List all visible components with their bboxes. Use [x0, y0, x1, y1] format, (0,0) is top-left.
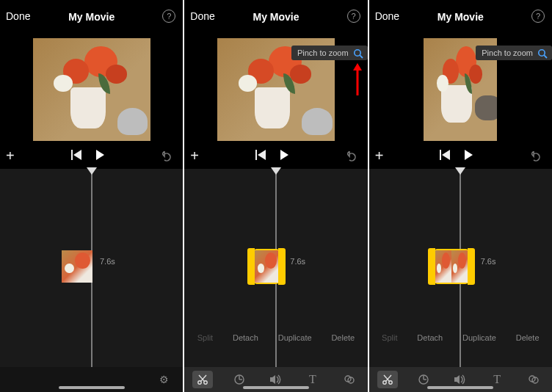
help-button[interactable]: ?	[347, 10, 360, 23]
split-action[interactable]: Split	[382, 333, 397, 342]
project-title: My Movie	[68, 11, 115, 23]
magnifier-icon[interactable]	[537, 48, 548, 59]
add-media-button[interactable]: +	[190, 148, 199, 163]
pinch-to-zoom-tooltip: Pinch to zoom	[291, 46, 368, 60]
delete-action[interactable]: Delete	[516, 333, 540, 342]
project-title: My Movie	[253, 11, 299, 23]
play-button[interactable]	[280, 150, 288, 163]
skip-to-start-button[interactable]	[440, 150, 451, 163]
add-media-button[interactable]: +	[375, 148, 384, 163]
editor-header: Done My Movie ?	[184, 0, 367, 34]
preview-viewport[interactable]	[0, 34, 183, 145]
timeline-clip-selected[interactable]	[255, 250, 278, 283]
svg-rect-0	[71, 150, 73, 160]
svg-rect-20	[440, 150, 441, 160]
delete-action[interactable]: Delete	[331, 333, 355, 342]
clip-duration-label: 7.6s	[481, 257, 496, 266]
svg-marker-7	[258, 150, 266, 160]
timeline[interactable]: 7.6s	[0, 169, 183, 367]
project-settings-button[interactable]: ⚙	[153, 374, 174, 385]
volume-tab-icon[interactable]	[266, 374, 286, 385]
transport-bar: +	[184, 145, 367, 169]
transport-bar: +	[369, 145, 552, 169]
svg-marker-29	[454, 375, 460, 384]
undo-button[interactable]	[531, 151, 545, 164]
clip-duration-label: 7.6s	[290, 257, 305, 266]
clip-duration-label: 7.6s	[100, 257, 115, 266]
play-button[interactable]	[465, 150, 473, 163]
actions-tab-scissors[interactable]	[377, 371, 398, 388]
svg-line-19	[544, 55, 547, 58]
undo-button[interactable]	[347, 151, 360, 164]
skip-to-start-button[interactable]	[255, 150, 267, 163]
filters-tab-icon[interactable]	[339, 374, 360, 385]
detach-action[interactable]: Detach	[233, 333, 258, 342]
done-button[interactable]: Done	[190, 10, 214, 22]
titles-tab-icon[interactable]: T	[487, 373, 507, 386]
home-indicator[interactable]	[59, 386, 125, 389]
magnifier-icon[interactable]	[353, 48, 363, 59]
tooltip-text: Pinch to zoom	[482, 48, 533, 57]
done-button[interactable]: Done	[375, 10, 399, 22]
undo-button[interactable]	[162, 151, 175, 164]
svg-marker-1	[73, 150, 81, 160]
preview-image-landscape	[33, 38, 150, 141]
clip-actions-row: Split Detach Duplicate Delete	[184, 333, 367, 342]
play-button[interactable]	[96, 150, 104, 163]
svg-marker-21	[442, 150, 450, 160]
split-action[interactable]: Split	[197, 333, 213, 342]
annotation-arrow	[352, 63, 363, 95]
help-button[interactable]: ?	[531, 10, 545, 23]
speed-tab-icon[interactable]	[413, 374, 434, 385]
help-button[interactable]: ?	[162, 10, 175, 23]
three-up-screenshots: Done My Movie ? +	[0, 0, 552, 392]
screen-3: Done My Movie ? Pinch to zoom +	[369, 0, 552, 392]
screen-1: Done My Movie ? +	[0, 0, 183, 392]
svg-point-2	[354, 50, 360, 56]
add-media-button[interactable]: +	[6, 148, 15, 163]
timeline-clip-selected[interactable]	[435, 250, 468, 283]
duplicate-action[interactable]: Duplicate	[278, 333, 312, 342]
transport-bar: +	[0, 145, 183, 169]
speed-tab-icon[interactable]	[229, 374, 250, 385]
home-indicator[interactable]	[427, 386, 493, 389]
tooltip-text: Pinch to zoom	[297, 48, 349, 57]
skip-to-start-button[interactable]	[71, 150, 83, 163]
timeline[interactable]: 7.6s Split Detach Duplicate Delete	[184, 169, 367, 367]
timeline[interactable]: 7.6s Split Detach Duplicate Delete	[369, 169, 552, 367]
filters-tab-icon[interactable]	[523, 374, 544, 385]
titles-tab-icon[interactable]: T	[302, 373, 323, 386]
svg-line-3	[360, 55, 363, 58]
preview-viewport[interactable]: Pinch to zoom	[184, 34, 367, 145]
editor-header: Done My Movie ?	[0, 0, 183, 34]
duplicate-action[interactable]: Duplicate	[462, 333, 496, 342]
preview-viewport[interactable]: Pinch to zoom	[369, 34, 552, 145]
volume-tab-icon[interactable]	[450, 374, 471, 385]
pinch-to-zoom-tooltip: Pinch to zoom	[476, 46, 552, 60]
home-indicator[interactable]	[243, 386, 309, 389]
project-title: My Movie	[437, 11, 484, 23]
svg-marker-15	[270, 375, 275, 384]
svg-point-18	[539, 50, 545, 56]
detach-action[interactable]: Detach	[417, 333, 443, 342]
actions-tab-scissors[interactable]	[192, 371, 213, 388]
clip-actions-row: Split Detach Duplicate Delete	[369, 333, 552, 342]
svg-marker-5	[353, 63, 362, 70]
svg-rect-6	[255, 150, 257, 160]
done-button[interactable]: Done	[6, 10, 30, 22]
editor-header: Done My Movie ?	[369, 0, 552, 34]
screen-2: Done My Movie ? Pinch to zoom +	[184, 0, 367, 392]
timeline-clip[interactable]	[62, 250, 92, 283]
